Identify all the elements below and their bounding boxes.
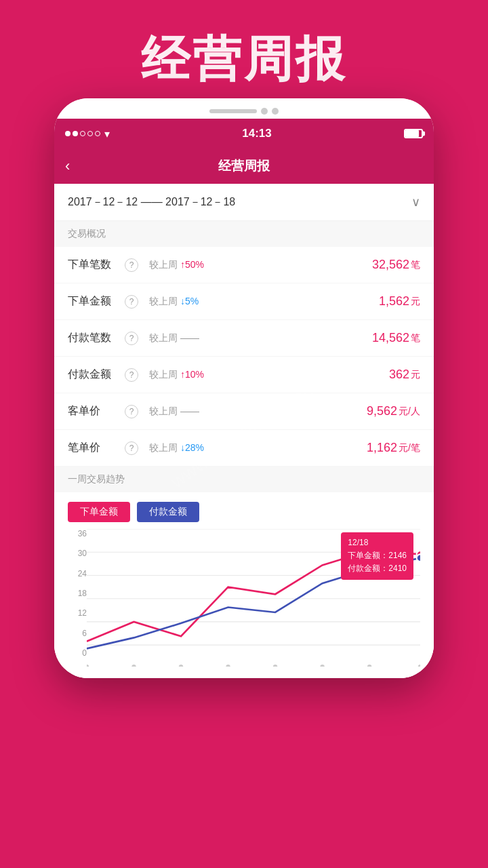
stat-compare-4: 较上周 —— xyxy=(138,406,367,418)
status-left: ▾ xyxy=(65,127,110,140)
tooltip-pay: 付款金额：2410 xyxy=(348,562,407,575)
nav-title: 经营周报 xyxy=(218,157,270,175)
chart-tab-payment[interactable]: 付款金额 xyxy=(137,502,199,522)
phone-top-bar xyxy=(54,98,434,119)
back-button[interactable]: ‹ xyxy=(65,157,70,175)
y-axis-label: 0 xyxy=(82,648,87,658)
y-axis-label: 36 xyxy=(78,529,87,538)
y-axis-label: 24 xyxy=(78,569,87,578)
signal-dots xyxy=(65,131,100,136)
stat-label-0: 下单笔数 xyxy=(68,258,122,272)
background-title: 经营周报 xyxy=(0,27,488,92)
signal-dot-5 xyxy=(95,131,100,136)
stat-unit-4: 元/人 xyxy=(399,406,420,418)
date-range-row[interactable]: 2017－12－12 —— 2017－12－18 ∨ xyxy=(54,184,434,221)
stat-unit-2: 笔 xyxy=(411,332,420,344)
stat-help-icon-2[interactable]: ? xyxy=(125,332,138,345)
tooltip-pay-value: 2410 xyxy=(388,564,407,573)
stat-value-4: 9,562 xyxy=(367,404,397,418)
wifi-icon: ▾ xyxy=(104,127,110,140)
tooltip-date: 12/18 xyxy=(348,536,407,549)
y-axis-label: 12 xyxy=(78,608,87,618)
stat-row-3: 付款金额?较上周 ↑10%362元 xyxy=(54,357,434,393)
content-area: 2017－12－12 —— 2017－12－18 ∨ 交易概况 下单笔数?较上周… xyxy=(54,184,434,678)
date-range-text: 2017－12－12 —— 2017－12－18 xyxy=(68,195,235,210)
battery-icon xyxy=(404,129,423,138)
stat-label-5: 笔单价 xyxy=(68,441,122,455)
signal-dot-4 xyxy=(87,131,93,136)
chart-tooltip: 12/18 下单金额：2146 付款金额：2410 xyxy=(341,532,413,580)
chart-tabs: 下单金额 付款金额 xyxy=(54,492,434,529)
svg-point-8 xyxy=(179,665,183,667)
tooltip-order-value: 2146 xyxy=(388,551,407,560)
battery-fill xyxy=(405,130,419,137)
svg-point-12 xyxy=(367,665,371,667)
svg-point-9 xyxy=(226,665,230,667)
tooltip-order-label: 下单金额： xyxy=(348,551,388,560)
svg-point-13 xyxy=(418,665,420,667)
stat-row-0: 下单笔数?较上周 ↑50%32,562笔 xyxy=(54,247,434,283)
stat-help-icon-4[interactable]: ? xyxy=(125,405,138,418)
stat-compare-1: 较上周 ↓5% xyxy=(138,296,379,308)
stat-row-2: 付款笔数?较上周 ——14,562笔 xyxy=(54,320,434,357)
y-axis-label: 18 xyxy=(78,589,87,598)
phone-frame: ▾ 14:13 ‹ 经营周报 2017－12－12 —— 2017－12－18 … xyxy=(54,98,434,678)
stat-help-icon-0[interactable]: ? xyxy=(125,258,138,272)
stat-unit-1: 元 xyxy=(411,296,420,308)
svg-point-6 xyxy=(87,665,89,667)
signal-dot-2 xyxy=(73,131,78,136)
stat-unit-0: 笔 xyxy=(411,259,420,271)
stat-compare-3: 较上周 ↑10% xyxy=(138,369,389,381)
stat-row-1: 下单金额?较上周 ↓5%1,562元 xyxy=(54,283,434,320)
stat-help-icon-5[interactable]: ? xyxy=(125,441,138,455)
chart-section: 一周交易趋势 下单金额 付款金额 12/18 下单金额：2146 付款金额：24… xyxy=(54,467,434,678)
stat-value-2: 14,562 xyxy=(372,331,409,345)
chart-area: 12/18 下单金额：2146 付款金额：2410 363024181260 xyxy=(54,529,434,678)
stat-value-0: 32,562 xyxy=(372,258,409,272)
y-axis-label: 30 xyxy=(78,549,87,558)
phone-notch xyxy=(209,109,257,113)
stats-container: 下单笔数?较上周 ↑50%32,562笔下单金额?较上周 ↓5%1,562元付款… xyxy=(54,247,434,467)
phone-dot-1 xyxy=(261,108,268,115)
chevron-down-icon: ∨ xyxy=(411,195,420,210)
stat-row-4: 客单价?较上周 ——9,562元/人 xyxy=(54,393,434,430)
stat-value-5: 1,162 xyxy=(367,441,397,455)
section-header-trend: 一周交易趋势 xyxy=(54,467,434,492)
phone-dot-2 xyxy=(272,108,279,115)
status-bar: ▾ 14:13 xyxy=(54,119,434,149)
stat-help-icon-1[interactable]: ? xyxy=(125,295,138,309)
stat-help-icon-3[interactable]: ? xyxy=(125,368,138,382)
signal-dot-3 xyxy=(80,131,85,136)
status-time: 14:13 xyxy=(242,127,271,140)
stat-label-4: 客单价 xyxy=(68,404,122,418)
stat-label-1: 下单金额 xyxy=(68,294,122,309)
y-axis-label: 6 xyxy=(82,629,87,638)
svg-point-15 xyxy=(417,554,420,561)
stat-label-2: 付款笔数 xyxy=(68,331,122,345)
tooltip-pay-label: 付款金额： xyxy=(348,564,388,573)
svg-point-11 xyxy=(320,665,324,667)
stat-unit-3: 元 xyxy=(411,369,420,381)
tooltip-order: 下单金额：2146 xyxy=(348,549,407,562)
signal-dot-1 xyxy=(65,131,70,136)
stat-compare-5: 较上周 ↓28% xyxy=(138,442,367,454)
nav-bar: ‹ 经营周报 xyxy=(54,149,434,184)
stat-compare-2: 较上周 —— xyxy=(138,332,372,344)
stat-value-3: 362 xyxy=(389,368,409,382)
svg-point-7 xyxy=(131,665,136,667)
svg-point-10 xyxy=(273,665,277,667)
stat-label-3: 付款金额 xyxy=(68,368,122,382)
stat-unit-5: 元/笔 xyxy=(399,442,420,454)
chart-tab-order[interactable]: 下单金额 xyxy=(68,502,130,522)
stat-row-5: 笔单价?较上周 ↓28%1,162元/笔 xyxy=(54,430,434,467)
y-axis: 363024181260 xyxy=(68,529,87,658)
stat-value-1: 1,562 xyxy=(379,294,409,309)
stat-compare-0: 较上周 ↑50% xyxy=(138,259,372,271)
section-header-transaction: 交易概况 xyxy=(54,221,434,247)
